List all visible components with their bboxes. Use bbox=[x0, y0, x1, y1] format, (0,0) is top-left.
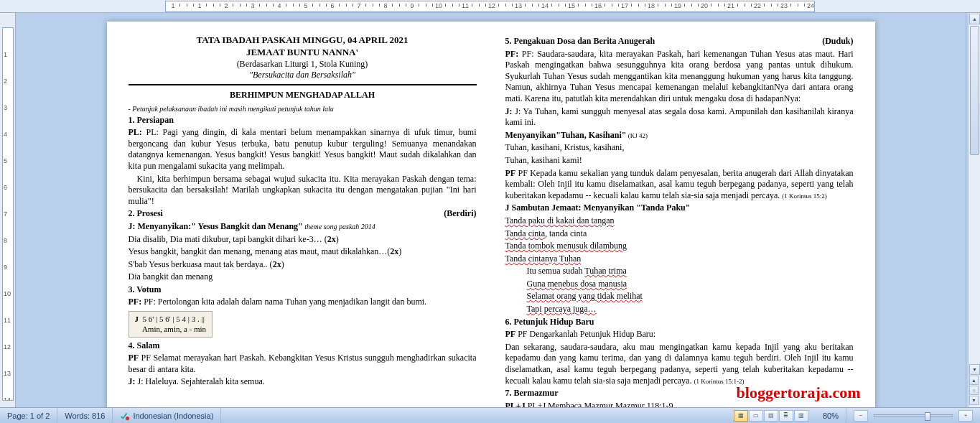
instruction-note: - Petunjuk pelaksanaan ibadah ini masih … bbox=[129, 104, 477, 113]
lyric: Tanda cintanya Tuhan bbox=[505, 254, 854, 265]
music-notation: J 5 6' | 5 6' | 5 4 | 3 . || Amin, amin,… bbox=[129, 311, 213, 338]
lyric: Tanda paku di kakai dan tangan bbox=[505, 215, 854, 227]
lyric: Tanda cinta, tanda cinta bbox=[505, 228, 854, 240]
lyric: S'bab Yesus berkuasa maut tak berdaya.. … bbox=[129, 259, 477, 271]
zoom-out-button[interactable]: − bbox=[854, 410, 868, 422]
page[interactable]: TATA IBADAH PASKAH MINGGU, 04 APRIL 2021… bbox=[107, 22, 875, 407]
body-text: PL: Pagi yang dingin, di kala mentari be… bbox=[129, 127, 477, 171]
zoom-level[interactable]: 80% bbox=[816, 408, 846, 423]
doc-basis: (Berdasarkan Liturgi 1, Stola Kuning) bbox=[129, 59, 477, 70]
lyric: Tuhan, kasihani, Kristus, kasihani, bbox=[505, 142, 854, 154]
word-count[interactable]: Words: 816 bbox=[57, 408, 113, 423]
vertical-scrollbar[interactable]: ▲ ▼ ▲ ○ ▼ bbox=[968, 13, 980, 407]
horizontal-ruler: 1123456789101112131415161718192021222324… bbox=[0, 0, 980, 13]
lyric: Guna menebus dosa manusia bbox=[527, 279, 854, 290]
scroll-down-button[interactable]: ▼ bbox=[969, 364, 980, 375]
print-layout-view-button[interactable]: ▦ bbox=[734, 410, 748, 422]
lyric: Tuhan, kasihani kami! bbox=[505, 155, 854, 167]
full-screen-view-button[interactable]: ▭ bbox=[749, 410, 763, 422]
pf-text: PF PF Kepada kamu sekalian yang tunduk d… bbox=[505, 168, 854, 202]
item-3: 3. Votum bbox=[129, 284, 477, 296]
language-label: Indonesian (Indonesia) bbox=[133, 412, 213, 420]
proofing-icon bbox=[120, 411, 130, 421]
draft-view-button[interactable]: ▥ bbox=[794, 410, 808, 422]
body-text: Dan sekarang, saudara-saudara, aku mau m… bbox=[505, 342, 854, 386]
lyric: Selamat orang yang tidak melihat bbox=[527, 291, 854, 302]
svg-point-0 bbox=[126, 416, 129, 419]
prev-page-button[interactable]: ▲ bbox=[969, 376, 979, 385]
lyric: Yesus bangkit, bangkit dan menang, menan… bbox=[129, 246, 477, 258]
web-layout-view-button[interactable]: ▤ bbox=[764, 410, 778, 422]
pf-text: PF: PF: Saudara-saudara, kita merayakan … bbox=[505, 49, 854, 105]
outline-view-button[interactable]: ≣ bbox=[779, 410, 793, 422]
item-2: 2. Prosesi(Berdiri) bbox=[129, 208, 477, 220]
item-1: 1. Persiapan bbox=[129, 115, 477, 126]
lyric: Dia bangkit dan menang bbox=[129, 271, 477, 283]
lyric: Tanda tombok menusuk dilambung bbox=[505, 241, 854, 252]
j-text: J: J: Haleluya. Sejahteralah kita semua. bbox=[129, 376, 477, 388]
doc-subtitle: JEMAAT BUNTU NANNA' bbox=[129, 47, 477, 59]
language-indicator[interactable]: Indonesian (Indonesia) bbox=[113, 408, 221, 423]
pf-text: PF PF Dengarkanlah Petunjuk Hidup Baru: bbox=[505, 329, 854, 340]
doc-motto: "Bersukacita dan Bersaksilah" bbox=[129, 70, 477, 81]
song-line: J: Menyanyikan:" Yesus Bangkit dan Menan… bbox=[129, 221, 477, 233]
vertical-ruler: 1234567891011121314 bbox=[0, 13, 16, 407]
body-text: Kini, kita berhimpun bersama sebagai wuj… bbox=[129, 174, 477, 208]
scroll-up-button[interactable]: ▲ bbox=[969, 14, 980, 24]
section-heading: BERHIMPUN MENGHADAP ALLAH bbox=[129, 90, 477, 101]
song-response: J Sambutan Jemaat: Menyanyikan "Tanda Pa… bbox=[505, 203, 854, 214]
pf-text: PF PF Selamat merayakan hari Paskah. Keb… bbox=[129, 353, 477, 375]
doc-title: TATA IBADAH PASKAH MINGGU, 04 APRIL 2021 bbox=[129, 34, 477, 47]
j-text: J: J: Ya Tuhan, kami sungguh menyesal at… bbox=[505, 106, 854, 129]
item-4: 4. Salam bbox=[129, 340, 477, 352]
lyric: Tapi percaya juga… bbox=[527, 304, 854, 315]
lyric: Itu semua sudah Tuhan trima bbox=[527, 266, 854, 277]
item-6: 6. Petunjuk Hidup Baru bbox=[505, 317, 854, 328]
status-bar: Page: 1 of 2 Words: 816 Indonesian (Indo… bbox=[0, 407, 980, 423]
document-canvas[interactable]: TATA IBADAH PASKAH MINGGU, 04 APRIL 2021… bbox=[16, 13, 966, 407]
pl-text: PL: PL: Pagi yang dingin, di kala mentar… bbox=[129, 127, 477, 172]
pf-text: PF: PF: Pertolongan kita adalah dalam na… bbox=[129, 297, 477, 308]
song-title: Menyanyikan"Tuhan, Kasihani" (KJ 42) bbox=[505, 130, 854, 141]
item-5: 5. Pengakuan Dosa dan Berita Anugerah(Du… bbox=[505, 36, 854, 47]
next-page-button[interactable]: ▼ bbox=[969, 396, 979, 405]
zoom-thumb[interactable] bbox=[925, 412, 930, 421]
page-indicator[interactable]: Page: 1 of 2 bbox=[0, 408, 57, 423]
scroll-thumb[interactable] bbox=[970, 26, 979, 155]
zoom-slider[interactable] bbox=[874, 414, 953, 417]
watermark: bloggertoraja.com bbox=[737, 384, 861, 402]
browse-object-button[interactable]: ○ bbox=[969, 386, 979, 395]
lyric: Dia disalib, Dia mati dikubur, tapi bang… bbox=[129, 234, 477, 246]
zoom-in-button[interactable]: + bbox=[958, 410, 973, 422]
